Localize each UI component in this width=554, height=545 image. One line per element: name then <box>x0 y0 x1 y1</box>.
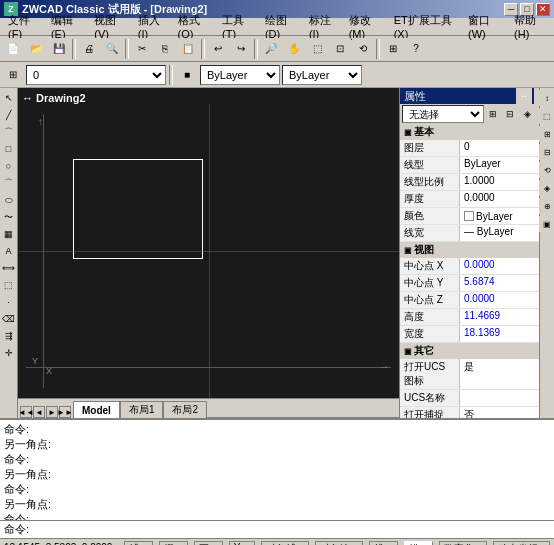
redo-button[interactable]: ↪ <box>230 38 252 60</box>
status-bar: 13.1545, 3.5803, 0.0000 捕捉 栅格 正交 Y轴 对象捕捉… <box>0 538 554 545</box>
pan-button[interactable]: ✋ <box>283 38 305 60</box>
status-grid[interactable]: 栅格 <box>159 541 188 546</box>
draw-line-tool[interactable]: ╱ <box>1 107 17 123</box>
save-button[interactable]: 💾 <box>48 38 70 60</box>
tab-scroll-last[interactable]: ►► <box>59 406 71 418</box>
paste-button[interactable]: 📋 <box>177 38 199 60</box>
lineweight-combo[interactable]: ByLayer <box>282 65 362 85</box>
command-area: 命令: 另一角点: 命令: 另一角点: 命令: 另一角点: 命令: 另一角点: … <box>0 418 554 538</box>
panel-right-btn-6[interactable]: ◈ <box>539 180 554 196</box>
panel-right-btn-4[interactable]: ⊟ <box>539 144 554 160</box>
tab-layout1[interactable]: 布局1 <box>120 401 164 418</box>
panel-dock-button[interactable]: ↔ <box>516 88 532 104</box>
draw-ellipse-tool[interactable]: ⬭ <box>1 192 17 208</box>
sep5 <box>376 39 380 59</box>
command-input[interactable] <box>29 524 550 536</box>
tab-scroll-first[interactable]: ◄◄ <box>20 406 32 418</box>
group-header-basic[interactable]: ▣ 基本 <box>400 124 554 140</box>
group-label-basic: 基本 <box>414 125 434 139</box>
layer-combo[interactable]: 0 <box>26 65 166 85</box>
status-osnap[interactable]: 对象捕捉 <box>261 541 309 546</box>
panel-right-btn-3[interactable]: ⊞ <box>539 126 554 142</box>
panel-toolbar: 无选择 ⊞ ⊟ ◈ ⊕ <box>400 104 554 124</box>
canvas-area[interactable]: ↔ Drawing2 → ↑ X Y 属性 ↔ ✕ <box>18 88 554 418</box>
draw-polyline-tool[interactable]: ⌒ <box>1 124 17 140</box>
help-button[interactable]: ? <box>405 38 427 60</box>
cut-button[interactable]: ✂ <box>131 38 153 60</box>
panel-right-btn-1[interactable]: ↕ <box>539 90 554 106</box>
prop-row-layer: 图层 0 <box>400 140 554 157</box>
layer-manager-button[interactable]: ⊞ <box>2 64 24 86</box>
status-snap[interactable]: 捕捉 <box>124 541 153 546</box>
sep1 <box>72 39 76 59</box>
panel-right-btn-8[interactable]: ▣ <box>539 216 554 232</box>
tab-scroll-area: ◄◄ ◄ ► ►► <box>18 406 73 418</box>
prop-row-height: 高度 11.4669 <box>400 309 554 326</box>
status-model[interactable]: 模型 <box>404 541 433 546</box>
print-button[interactable]: 🖨 <box>78 38 100 60</box>
open-button[interactable]: 📂 <box>25 38 47 60</box>
group-label-view: 视图 <box>414 243 434 257</box>
print-preview-button[interactable]: 🔍 <box>101 38 123 60</box>
panel-right-btn-7[interactable]: ⊕ <box>539 198 554 214</box>
draw-circle-tool[interactable]: ○ <box>1 158 17 174</box>
sep3 <box>201 39 205 59</box>
selection-combo[interactable]: 无选择 <box>402 105 484 123</box>
panel-icon-2[interactable]: ⊟ <box>502 106 518 122</box>
erase-tool[interactable]: ⌫ <box>1 311 17 327</box>
drawing-title: Drawing2 <box>36 92 86 104</box>
zoom-all-button[interactable]: ⊡ <box>329 38 351 60</box>
draw-spline-tool[interactable]: 〜 <box>1 209 17 225</box>
copy-button[interactable]: ⎘ <box>154 38 176 60</box>
properties-button[interactable]: ⊞ <box>382 38 404 60</box>
status-otrack[interactable]: 对象追踪 <box>315 541 363 546</box>
panel-icon-1[interactable]: ⊞ <box>485 106 501 122</box>
tab-layout2[interactable]: 布局2 <box>163 401 207 418</box>
command-output: 命令: 另一角点: 命令: 另一角点: 命令: 另一角点: 命令: 另一角点: … <box>0 420 554 520</box>
tab-scroll-prev[interactable]: ◄ <box>33 406 45 418</box>
group-header-view[interactable]: ▣ 视图 <box>400 242 554 258</box>
menu-window[interactable]: 窗口(W) <box>462 12 508 41</box>
draw-rect-tool[interactable]: □ <box>1 141 17 157</box>
color-button[interactable]: ■ <box>176 64 198 86</box>
status-tablet[interactable]: 数字化仪 <box>439 541 487 546</box>
y-arrow-icon: ↑ <box>38 116 43 127</box>
status-dynamic[interactable]: 动态坐标轴 <box>493 541 550 546</box>
zoom-realtime-button[interactable]: 🔎 <box>260 38 282 60</box>
block-insert-tool[interactable]: ⬚ <box>1 277 17 293</box>
group-header-misc[interactable]: ▣ 其它 <box>400 343 554 359</box>
hatch-tool[interactable]: ▦ <box>1 226 17 242</box>
select-tool[interactable]: ↖ <box>1 90 17 106</box>
prop-name-ucs-icon: 打开UCS图标 <box>400 359 460 389</box>
cmd-line-6: 另一角点: <box>4 497 550 512</box>
panel-right-btn-5[interactable]: ⟲ <box>539 162 554 178</box>
toolbar-row-2: ⊞ 0 ■ ByLayer ByLayer <box>0 62 554 88</box>
move-tool[interactable]: ✛ <box>1 345 17 361</box>
menu-help[interactable]: 帮助(H) <box>508 12 552 41</box>
draw-arc-tool[interactable]: ⌒ <box>1 175 17 191</box>
point-tool[interactable]: · <box>1 294 17 310</box>
text-tool[interactable]: A <box>1 243 17 259</box>
undo-button[interactable]: ↩ <box>207 38 229 60</box>
canvas-inner[interactable]: → ↑ X Y <box>18 104 399 398</box>
panel-icon-3[interactable]: ◈ <box>519 106 535 122</box>
status-polar[interactable]: Y轴 <box>229 541 255 546</box>
linetype-combo[interactable]: ByLayer <box>200 65 280 85</box>
new-button[interactable]: 📄 <box>2 38 24 60</box>
prop-row-lineweight: 线宽 — ByLayer <box>400 225 554 242</box>
x-arrow-icon: → <box>379 361 389 372</box>
zoom-prev-button[interactable]: ⟲ <box>352 38 374 60</box>
zoom-window-button[interactable]: ⬚ <box>306 38 328 60</box>
panel-right-btn-2[interactable]: ⬚ <box>539 108 554 124</box>
y-label: Y <box>32 356 38 366</box>
menu-bar: 文件(F) 编辑(E) 视图(V) 插入(I) 格式(O) 工具(T) 绘图(D… <box>0 18 554 36</box>
offset-tool[interactable]: ⇶ <box>1 328 17 344</box>
status-lineweight[interactable]: 线宽 <box>369 541 398 546</box>
tab-model[interactable]: Model <box>73 401 120 418</box>
status-ortho[interactable]: 正交 <box>194 541 223 546</box>
dim-tool[interactable]: ⟺ <box>1 260 17 276</box>
prop-row-snap: 打开捕捉 否 <box>400 407 554 418</box>
prop-name-ltscale: 线型比例 <box>400 174 460 190</box>
prop-name-ucs-name: UCS名称 <box>400 390 460 406</box>
sep4 <box>254 39 258 59</box>
